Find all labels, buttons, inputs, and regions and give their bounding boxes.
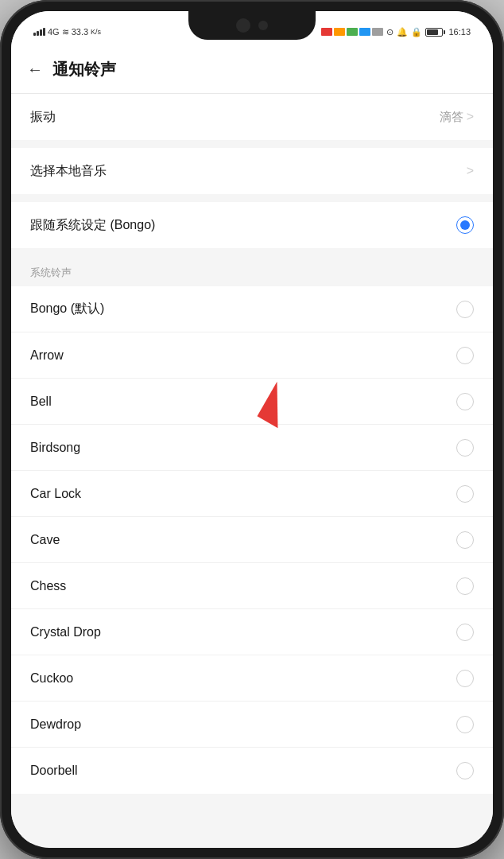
ringtone-radio[interactable] <box>456 439 474 457</box>
time-display: 16:13 <box>448 27 471 37</box>
system-default-item[interactable]: 跟随系统设定 (Bongo) <box>11 202 493 248</box>
page-title: 通知铃声 <box>52 59 116 80</box>
ringtone-item[interactable]: Car Lock <box>11 471 493 517</box>
signal-bars <box>33 28 45 36</box>
battery-tip <box>444 30 445 34</box>
ringtone-item[interactable]: Chess <box>11 563 493 609</box>
local-music-label: 选择本地音乐 <box>30 163 107 180</box>
ringtones-section: Bongo (默认)ArrowBellBirdsongCar LockCaveC… <box>11 286 493 794</box>
ringtone-item[interactable]: Arrow <box>11 332 493 379</box>
alarm-icon: ⊙ <box>386 27 394 37</box>
vibration-chevron: > <box>467 110 474 124</box>
ringtone-radio[interactable] <box>456 347 474 364</box>
status-left: 4G ≋ 33.3 K/s <box>33 27 101 37</box>
ringtone-radio[interactable] <box>456 485 474 503</box>
status-right: ⊙ 🔔 🔒 16:13 <box>321 27 471 37</box>
lock-icon: 🔒 <box>411 27 422 37</box>
ringtone-item[interactable]: Bell <box>11 379 493 425</box>
camera-right <box>258 21 268 30</box>
network-speed-unit: K/s <box>91 28 101 36</box>
app-icon-blue <box>359 28 370 36</box>
vibration-item[interactable]: 振动 滴答 > <box>11 94 493 140</box>
ringtone-name: Birdsong <box>30 441 80 455</box>
vibration-text: 滴答 <box>440 110 463 125</box>
app-icon-orange <box>334 28 345 36</box>
local-music-section: 选择本地音乐 > <box>11 148 493 194</box>
signal-bar-1 <box>33 33 36 36</box>
ringtone-name: Chess <box>30 579 66 593</box>
ringtone-name: Bell <box>30 395 52 409</box>
local-music-chevron-wrap: > <box>467 164 474 178</box>
ringtone-name: Car Lock <box>30 487 81 501</box>
status-icons <box>321 28 383 36</box>
ringtone-item[interactable]: Crystal Drop <box>11 609 493 655</box>
battery <box>425 28 445 37</box>
app-icon-grey <box>372 28 383 36</box>
signal-bar-3 <box>40 29 42 36</box>
wifi-icon: ≋ <box>62 27 69 37</box>
network-speed: 33.3 <box>72 27 88 37</box>
ringtone-name: Bongo (默认) <box>30 301 104 317</box>
vibration-label: 振动 <box>30 109 56 126</box>
ringtone-radio[interactable] <box>456 762 474 779</box>
ringtone-item[interactable]: Bongo (默认) <box>11 286 493 332</box>
app-icon-green <box>347 28 358 36</box>
ringtone-radio[interactable] <box>456 393 474 410</box>
content-area: 振动 滴答 > 选择本地音乐 > 跟随系 <box>11 94 493 843</box>
battery-fill <box>427 29 438 35</box>
ringtone-radio[interactable] <box>456 577 474 595</box>
battery-body <box>425 28 443 37</box>
ringtone-name: Arrow <box>30 348 64 363</box>
ringtone-radio[interactable] <box>456 670 474 687</box>
notch <box>188 11 316 40</box>
signal-bar-4 <box>43 28 45 36</box>
ringtone-radio[interactable] <box>456 301 474 318</box>
system-default-radio[interactable] <box>456 216 474 234</box>
camera-left <box>236 18 250 33</box>
ringtone-name: Cuckoo <box>30 671 73 686</box>
phone-screen: 4G ≋ 33.3 K/s ⊙ 🔔 🔒 <box>11 11 493 848</box>
vibration-section: 振动 滴答 > <box>11 94 493 140</box>
system-ringtones-label: 系统铃声 <box>11 256 493 286</box>
ringtone-item[interactable]: Birdsong <box>11 425 493 471</box>
local-music-item[interactable]: 选择本地音乐 > <box>11 148 493 194</box>
ringtone-radio[interactable] <box>456 716 474 733</box>
ringtone-name: Doorbell <box>30 764 78 778</box>
system-default-section: 跟随系统设定 (Bongo) <box>11 202 493 248</box>
notification-icon: 🔔 <box>397 27 408 37</box>
phone-frame: 4G ≋ 33.3 K/s ⊙ 🔔 🔒 <box>0 0 504 859</box>
page-header: ← 通知铃声 <box>11 49 493 94</box>
ringtone-name: Crystal Drop <box>30 625 101 639</box>
vibration-value: 滴答 > <box>440 110 474 125</box>
ringtone-item[interactable]: Dewdrop <box>11 702 493 748</box>
ringtone-item[interactable]: Cave <box>11 517 493 563</box>
ringtone-item[interactable]: Doorbell <box>11 748 493 794</box>
ringtone-name: Cave <box>30 533 60 547</box>
ringtone-name: Dewdrop <box>30 717 81 732</box>
app-icon-red <box>321 28 332 36</box>
system-default-label: 跟随系统设定 (Bongo) <box>30 217 155 234</box>
ringtone-radio[interactable] <box>456 624 474 641</box>
ringtone-radio[interactable] <box>456 531 474 549</box>
ringtone-item[interactable]: Cuckoo <box>11 655 493 702</box>
local-music-chevron: > <box>467 164 474 178</box>
back-button[interactable]: ← <box>27 60 43 79</box>
network-type: 4G <box>48 27 60 37</box>
signal-bar-2 <box>37 31 39 36</box>
